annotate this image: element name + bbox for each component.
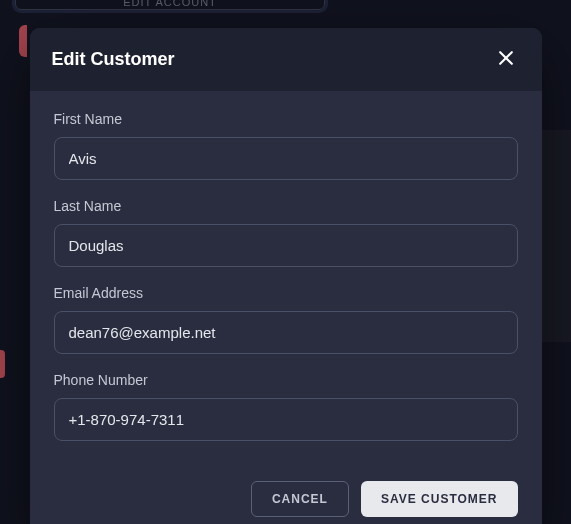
first-name-group: First Name — [54, 111, 518, 180]
first-name-input[interactable] — [54, 137, 518, 180]
email-group: Email Address — [54, 285, 518, 354]
last-name-label: Last Name — [54, 198, 518, 214]
phone-label: Phone Number — [54, 372, 518, 388]
edit-customer-modal: Edit Customer First Name Last Name — [30, 28, 542, 524]
save-customer-button[interactable]: SAVE CUSTOMER — [361, 481, 518, 517]
phone-input[interactable] — [54, 398, 518, 441]
last-name-group: Last Name — [54, 198, 518, 267]
cancel-button[interactable]: CANCEL — [251, 481, 349, 517]
last-name-input[interactable] — [54, 224, 518, 267]
close-button[interactable] — [492, 44, 520, 75]
email-input[interactable] — [54, 311, 518, 354]
phone-group: Phone Number — [54, 372, 518, 441]
modal-header: Edit Customer — [30, 28, 542, 91]
modal-title: Edit Customer — [52, 49, 175, 70]
modal-footer: CANCEL SAVE CUSTOMER — [30, 467, 542, 524]
close-icon — [496, 48, 516, 71]
modal-overlay: Edit Customer First Name Last Name — [0, 0, 571, 524]
email-label: Email Address — [54, 285, 518, 301]
modal-body: First Name Last Name Email Address Phone… — [30, 91, 542, 467]
first-name-label: First Name — [54, 111, 518, 127]
